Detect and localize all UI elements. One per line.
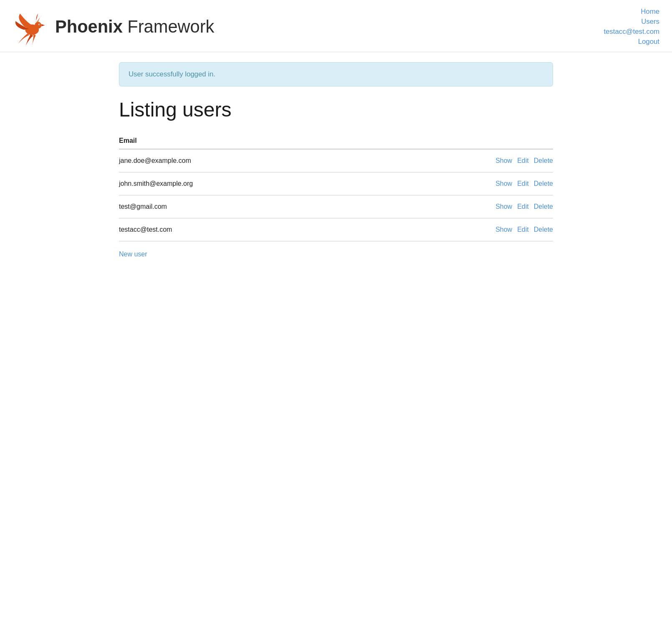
site-title: Phoenix Framework	[55, 17, 214, 37]
main-nav: Home Users testacc@test.com Logout	[604, 8, 659, 46]
table-head: Email	[119, 133, 553, 149]
edit-user-link[interactable]: Edit	[517, 226, 529, 233]
edit-user-link[interactable]: Edit	[517, 157, 529, 164]
table-row: testacc@test.comShowEditDelete	[119, 218, 553, 241]
user-email-cell: testacc@test.com	[119, 218, 363, 241]
show-user-link[interactable]: Show	[495, 203, 512, 210]
delete-user-link[interactable]: Delete	[534, 157, 553, 164]
table-row: jane.doe@example.comShowEditDelete	[119, 149, 553, 172]
user-email-cell: jane.doe@example.com	[119, 149, 363, 172]
edit-user-link[interactable]: Edit	[517, 203, 529, 210]
page-title: Listing users	[119, 98, 553, 121]
user-actions-cell: ShowEditDelete	[363, 149, 553, 172]
user-email-cell: test@gmail.com	[119, 195, 363, 218]
nav-account-link[interactable]: testacc@test.com	[604, 28, 659, 36]
svg-point-1	[35, 22, 41, 28]
site-header: Phoenix Framework Home Users testacc@tes…	[0, 0, 672, 52]
nav-logout-link[interactable]: Logout	[638, 38, 659, 46]
show-user-link[interactable]: Show	[495, 226, 512, 233]
logo-area: Phoenix Framework	[13, 8, 214, 46]
delete-user-link[interactable]: Delete	[534, 203, 553, 210]
actions-column-header	[363, 133, 553, 149]
phoenix-logo-icon	[13, 8, 50, 46]
show-user-link[interactable]: Show	[495, 180, 512, 187]
main-content: User successfully logged in. Listing use…	[106, 52, 566, 275]
flash-message: User successfully logged in.	[129, 70, 215, 78]
table-row: john.smith@example.orgShowEditDelete	[119, 172, 553, 195]
delete-user-link[interactable]: Delete	[534, 180, 553, 187]
edit-user-link[interactable]: Edit	[517, 180, 529, 187]
nav-home-link[interactable]: Home	[641, 8, 659, 16]
show-user-link[interactable]: Show	[495, 157, 512, 164]
table-row: test@gmail.comShowEditDelete	[119, 195, 553, 218]
users-table: Email jane.doe@example.comShowEditDelete…	[119, 133, 553, 241]
user-email-cell: john.smith@example.org	[119, 172, 363, 195]
flash-notice: User successfully logged in.	[119, 62, 553, 86]
nav-users-link[interactable]: Users	[641, 18, 659, 26]
users-table-body: jane.doe@example.comShowEditDeletejohn.s…	[119, 149, 553, 241]
delete-user-link[interactable]: Delete	[534, 226, 553, 233]
user-actions-cell: ShowEditDelete	[363, 172, 553, 195]
user-actions-cell: ShowEditDelete	[363, 218, 553, 241]
user-actions-cell: ShowEditDelete	[363, 195, 553, 218]
svg-point-4	[39, 24, 40, 25]
email-column-header: Email	[119, 133, 363, 149]
new-user-link[interactable]: New user	[119, 251, 147, 258]
svg-marker-2	[41, 24, 45, 26]
